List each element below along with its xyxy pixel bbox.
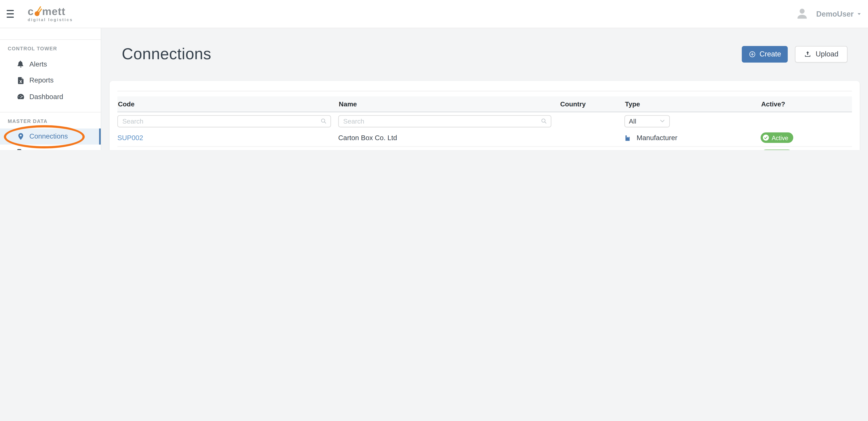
check-circle-icon: [762, 134, 769, 141]
page-title: Connections: [122, 45, 211, 63]
sidebar-item-dashboard[interactable]: Dashboard: [0, 89, 101, 105]
caret-down-icon: [856, 10, 863, 17]
column-header-type: Type: [624, 100, 761, 108]
sidebar-item-reports[interactable]: Reports: [0, 72, 101, 89]
nav-label: Connections: [29, 132, 68, 140]
section-items: Connections Products: [0, 128, 101, 150]
sidebar-section: CONTROL TOWER Alerts Reports Dashboard: [0, 46, 101, 112]
section-items: Alerts Reports Dashboard: [0, 56, 101, 105]
gauge-icon: [17, 93, 25, 101]
nav-label: Dashboard: [29, 93, 63, 101]
tag-icon: [17, 149, 25, 150]
table-row: 123456789001 Jo****** Marketplace Active: [117, 146, 852, 150]
file-excel-icon: [17, 77, 25, 85]
user-name: DemoUser: [816, 10, 854, 18]
column-header-active: Active?: [761, 100, 852, 108]
factory-icon: [624, 134, 632, 142]
comet-icon: [34, 6, 42, 17]
app-window: c mett digital logistics DemoUser CONTRO…: [0, 0, 868, 150]
section-label: MASTER DATA: [8, 118, 93, 124]
section-label: CONTROL TOWER: [8, 46, 93, 52]
chevron-down-icon: [659, 118, 665, 124]
sidebar-nav: CONTROL TOWER Alerts Reports Dashboard M…: [0, 46, 101, 150]
name-search-input[interactable]: [338, 115, 551, 127]
plus-circle-icon: [748, 50, 756, 58]
table-filter-row: All: [117, 113, 852, 130]
sidebar-divider: [0, 39, 101, 40]
user-menu[interactable]: DemoUser: [795, 7, 863, 21]
column-header-country: Country: [560, 100, 624, 108]
code-link[interactable]: SUP002: [117, 134, 143, 142]
avatar-icon: [795, 7, 810, 21]
menu-icon[interactable]: [4, 8, 17, 20]
type-filter-select[interactable]: All: [624, 115, 670, 127]
sidebar-item-alerts[interactable]: Alerts: [0, 56, 101, 72]
sidebar-section: MASTER DATA Connections Products: [0, 118, 101, 150]
table-top-border: [117, 91, 852, 91]
brand-suffix: mett: [42, 6, 65, 17]
table-card: Code Name Country Type Active?: [110, 81, 860, 150]
type-label: Manufacturer: [637, 134, 677, 142]
status-badge: Active: [761, 132, 793, 143]
bell-icon: [17, 60, 25, 68]
create-button[interactable]: Create: [742, 46, 788, 62]
pin-icon: [17, 132, 25, 141]
table-row: SUP002 Carton Box Co. Ltd Manufacturer A…: [117, 130, 852, 147]
sidebar: CONTROL TOWER Alerts Reports Dashboard M…: [0, 28, 101, 150]
nav-label: Alerts: [29, 60, 47, 68]
brand-tagline: digital logistics: [28, 18, 73, 22]
upload-button[interactable]: Upload: [795, 46, 848, 62]
type-cell: Manufacturer: [624, 134, 761, 142]
name-cell: Carton Box Co. Ltd: [338, 134, 560, 142]
brand-logo: c mett digital logistics: [28, 6, 73, 22]
nav-label: Products: [29, 149, 57, 150]
nav-label: Reports: [29, 77, 54, 84]
sidebar-item-products[interactable]: Products: [0, 145, 101, 150]
main-content: Connections Create Upload Code: [101, 28, 868, 150]
sidebar-item-connections[interactable]: Connections: [0, 128, 101, 145]
column-header-code: Code: [117, 100, 338, 108]
upload-icon: [804, 50, 812, 58]
code-search-input[interactable]: [117, 115, 331, 127]
table-body: SUP002 Carton Box Co. Ltd Manufacturer A…: [117, 130, 852, 150]
column-header-name: Name: [338, 100, 560, 108]
brand-prefix: c: [28, 6, 34, 17]
top-bar: c mett digital logistics DemoUser: [0, 0, 868, 28]
table-header-row: Code Name Country Type Active?: [117, 96, 852, 112]
status-badge: Active: [761, 149, 793, 150]
status-label: Active: [772, 134, 788, 141]
